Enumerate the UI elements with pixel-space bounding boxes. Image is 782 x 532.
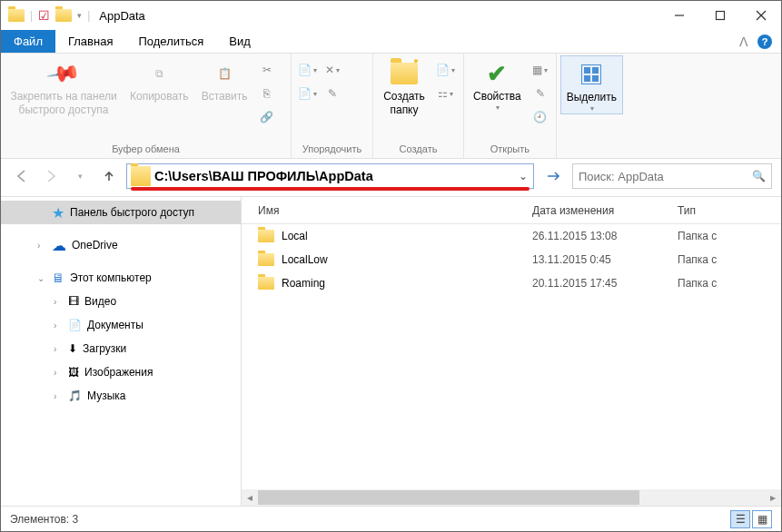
paste-label: Вставить [202,90,248,103]
tab-file[interactable]: Файл [1,30,55,53]
col-name[interactable]: Имя [242,204,532,217]
tab-share[interactable]: Поделиться [125,30,216,53]
qat-folder-icon[interactable] [55,9,72,22]
file-date: 20.11.2015 17:45 [532,277,678,290]
new-folder-button[interactable]: Создать папку [377,55,431,117]
up-button[interactable] [97,164,121,188]
delete-button[interactable]: ✕▾ [321,59,344,81]
tree-downloads[interactable]: › ⬇ Загрузки [1,337,241,360]
search-input[interactable] [579,170,752,183]
tree-label: Изображения [84,366,153,379]
videos-icon: 🎞 [68,295,79,308]
paste-button[interactable]: 📋 Вставить [196,55,253,103]
tree-music[interactable]: › 🎵 Музыка [1,384,241,408]
tree-label: Панель быстрого доступ [70,206,194,219]
qat-properties-icon[interactable]: ☑ [38,8,50,23]
scroll-right-icon[interactable]: ▸ [765,491,781,504]
status-bar: Элементов: 3 ☰ ▦ [1,506,781,531]
window-title: AppData [99,9,145,23]
new-item-button[interactable]: 📄▾ [433,59,457,81]
chevron-right-icon[interactable]: › [37,241,46,251]
address-input[interactable] [154,169,513,183]
ribbon: 📌 Закрепить на панели быстрого доступа ⧉… [1,54,781,159]
music-icon: 🎵 [68,389,82,402]
help-icon[interactable]: ? [757,34,772,49]
select-button[interactable]: Выделить ▾ [560,55,623,114]
tree-pictures[interactable]: › 🖼 Изображения [1,360,241,384]
tree-quick-access[interactable]: ★ Панель быстрого доступ [1,201,241,224]
group-select-label [560,152,626,158]
select-label: Выделить [567,91,617,104]
edit-button[interactable]: ✎ [529,83,552,104]
collapse-ribbon-icon[interactable]: ᐱ [739,34,748,49]
navigation-bar: ▾ ⌄ 🔍 [1,159,781,193]
highlight-underline [131,187,530,191]
file-date: 26.11.2015 13:08 [532,230,678,242]
tree-documents[interactable]: › 📄 Документы [1,313,241,337]
tree-label: Видео [84,295,116,308]
list-item[interactable]: LocalLow 13.11.2015 0:45 Папка с [242,248,781,271]
file-list: Имя Дата изменения Тип Local 26.11.2015 … [242,197,781,506]
open-button[interactable]: ▦▾ [529,59,552,81]
address-folder-icon [131,166,151,186]
chevron-right-icon[interactable]: › [54,297,63,307]
pin-to-quick-access-button[interactable]: 📌 Закрепить на панели быстрого доступа [5,55,123,117]
list-item[interactable]: Roaming 20.11.2015 17:45 Папка с [242,271,781,295]
rename-button[interactable]: ✎ [321,83,344,104]
close-button[interactable] [740,2,781,29]
copy-to-button[interactable]: 📄▾ [295,83,319,104]
recent-locations-button[interactable]: ▾ [68,164,92,188]
copy-path-button[interactable]: ⎘ [255,83,279,104]
back-button[interactable] [10,164,34,188]
cut-button[interactable]: ✂ [255,59,279,81]
scrollbar-thumb[interactable] [258,490,639,505]
view-details-button[interactable]: ☰ [730,510,750,528]
minimize-button[interactable] [658,2,699,29]
navigation-tree[interactable]: ★ Панель быстрого доступ › ☁ OneDrive ⌄ … [1,197,242,506]
tab-view[interactable]: Вид [216,30,263,53]
tree-videos[interactable]: › 🎞 Видео [1,290,241,313]
file-type: Папка с [678,253,781,266]
chevron-right-icon[interactable]: › [54,320,63,330]
properties-button[interactable]: ✔ Свойства ▾ [468,55,527,113]
paste-shortcut-button[interactable]: 🔗 [255,106,279,128]
qat-divider: | [30,9,33,22]
star-icon: ★ [52,204,64,222]
computer-icon: 🖥 [52,271,64,285]
easy-access-button[interactable]: ⚏▾ [433,83,457,104]
chevron-right-icon[interactable]: › [54,344,63,354]
col-date[interactable]: Дата изменения [532,204,678,217]
qat-dropdown-icon[interactable]: ▾ [77,11,82,20]
group-clipboard-label: Буфер обмена [5,141,287,158]
file-type: Папка с [678,230,781,242]
forward-button[interactable] [39,164,63,188]
chevron-right-icon[interactable]: › [54,368,63,378]
chevron-right-icon[interactable]: › [54,391,63,401]
maximize-button[interactable] [699,2,740,29]
search-icon[interactable]: 🔍 [752,170,766,182]
new-folder-label: Создать папку [383,90,425,117]
view-icons-button[interactable]: ▦ [752,510,772,528]
history-button[interactable]: 🕘 [529,106,552,128]
app-icon [8,9,25,22]
tab-home[interactable]: Главная [55,30,125,53]
tree-this-pc[interactable]: ⌄ 🖥 Этот компьютер [1,266,241,290]
group-organize-label: Упорядочить [295,141,369,158]
col-type[interactable]: Тип [678,204,781,217]
refresh-button[interactable] [539,163,567,189]
check-icon: ✔ [487,59,507,89]
paste-icon: 📋 [210,59,239,88]
copy-button[interactable]: ⧉ Копировать [124,55,194,103]
scroll-left-icon[interactable]: ◂ [242,491,258,504]
address-bar[interactable]: ⌄ [126,163,534,189]
address-dropdown-icon[interactable]: ⌄ [513,170,533,182]
move-to-button[interactable]: 📄▾ [295,59,319,81]
horizontal-scrollbar[interactable]: ◂ ▸ [242,489,781,506]
search-box[interactable]: 🔍 [572,163,772,189]
downloads-icon: ⬇ [68,342,77,355]
pin-icon: 📌 [45,54,83,93]
tree-onedrive[interactable]: › ☁ OneDrive [1,233,241,257]
chevron-down-icon[interactable]: ⌄ [37,273,46,283]
list-item[interactable]: Local 26.11.2015 13:08 Папка с [242,224,781,248]
tree-label: Документы [87,319,144,331]
